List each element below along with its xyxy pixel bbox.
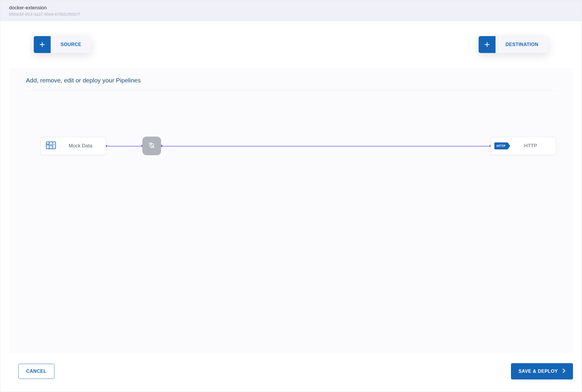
- pipeline-source-label: Mock Data: [61, 143, 106, 149]
- save-deploy-button[interactable]: SAVE & DEPLOY: [511, 363, 573, 379]
- pipeline-transform-node[interactable]: [142, 137, 161, 155]
- sync-disabled-icon: [148, 142, 155, 150]
- plus-icon: [479, 36, 496, 53]
- page-subtitle-uuid: bff84cbf-4fc4-4a37-95e8-876b91f9587f: [9, 12, 573, 17]
- pipeline-edge: [161, 146, 491, 146]
- svg-point-8: [50, 145, 52, 146]
- add-source-button[interactable]: SOURCE: [34, 36, 91, 53]
- svg-text:7: 7: [54, 143, 55, 146]
- pipeline-destination-label: HTTP: [511, 143, 556, 149]
- pipeline-canvas: 7 Mock Data HTTP: [26, 96, 556, 195]
- svg-point-7: [47, 144, 49, 145]
- page-header: docker-extension bff84cbf-4fc4-4a37-95e8…: [0, 0, 582, 21]
- cancel-button[interactable]: CANCEL: [18, 364, 54, 379]
- footer: CANCEL SAVE & DEPLOY: [0, 353, 582, 392]
- save-deploy-label: SAVE & DEPLOY: [519, 369, 558, 374]
- pipeline-destination-node[interactable]: HTTP HTTP: [491, 137, 556, 155]
- add-destination-label: DESTINATION: [496, 42, 548, 47]
- add-destination-button[interactable]: DESTINATION: [479, 36, 548, 53]
- page-title: docker-extension: [9, 5, 573, 11]
- pipeline-source-node[interactable]: 7 Mock Data: [40, 137, 106, 155]
- pipeline-edge: [106, 146, 142, 146]
- add-source-label: SOURCE: [51, 42, 91, 47]
- http-icon: HTTP: [494, 142, 508, 149]
- pipelines-panel: Add, remove, edit or deploy your Pipelin…: [9, 68, 573, 353]
- mock-data-icon: 7: [46, 142, 56, 150]
- pipelines-panel-title: Add, remove, edit or deploy your Pipelin…: [26, 77, 556, 91]
- chevron-right-icon: [562, 368, 565, 374]
- toolbar: SOURCE DESTINATION: [0, 21, 582, 53]
- plus-icon: [34, 36, 51, 53]
